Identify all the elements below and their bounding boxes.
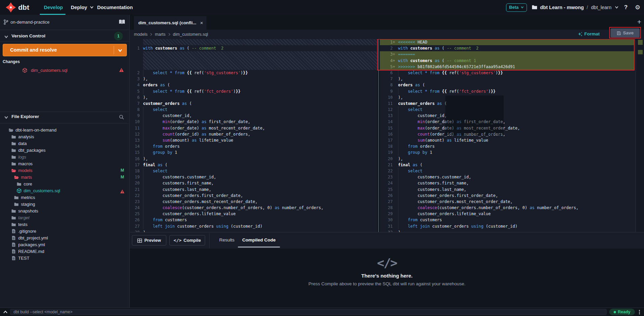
code-line-right-26[interactable]: 26 customer_orders.first_order_date, — [380, 193, 634, 199]
code-line-left-1[interactable]: 1with customers as ( -- comment 2 — [130, 45, 377, 51]
breadcrumb-marts[interactable]: marts — [155, 30, 165, 39]
code-line-left-24[interactable]: 24 coalesce(customer_orders.number_of_or… — [130, 205, 377, 211]
nav-documentation[interactable]: Documentation — [97, 0, 133, 15]
code-line-right-31[interactable]: 31 left join customer_orders using (cust… — [380, 223, 634, 229]
command-input[interactable] — [10, 309, 607, 315]
chevron-down-icon[interactable] — [4, 116, 8, 119]
file-tree-item-.gitignore[interactable]: .gitignore — [0, 228, 130, 234]
file-tree-item-analysis[interactable]: analysis — [0, 133, 130, 140]
code-editor[interactable]: 1with customers as ( -- comment 22 selec… — [130, 39, 644, 232]
code-line-left-18[interactable]: 18 select — [130, 168, 377, 174]
file-tree-item-dbt-learn-on-demand[interactable]: dbt-learn-on-demand — [0, 126, 130, 133]
code-line-right-28[interactable]: 28 coalesce(customer_orders.number_of_or… — [380, 205, 634, 211]
code-line-right-6[interactable]: 6 select * from {{ ref('stg_customers')}… — [380, 70, 634, 76]
code-line-right-4[interactable]: 4+with customers as ( -- comment 1 — [380, 58, 634, 64]
preview-button[interactable]: Preview — [132, 235, 166, 246]
code-line-right-32[interactable]: 32) — [380, 229, 634, 232]
new-tab-button[interactable]: + — [635, 18, 644, 26]
code-line-left-27[interactable]: 27 left join customer_orders using (cust… — [130, 223, 377, 229]
file-tree-item-snapshots[interactable]: snapshots — [0, 207, 130, 214]
file-explorer-header[interactable]: File Explorer — [11, 114, 39, 119]
code-line-right-19[interactable]: 19 group by 1 — [380, 149, 634, 155]
code-line-left-9[interactable]: 9 customer_id, — [130, 113, 377, 119]
file-tree-item-target[interactable]: target — [0, 214, 130, 221]
code-line-right-30[interactable]: 30 from customers — [380, 217, 634, 223]
code-line-right-16[interactable]: 16 count(order_id) as number_of_orders, — [380, 131, 634, 137]
file-tree-item-TEST[interactable]: TEST — [0, 255, 130, 261]
code-line-right-29[interactable]: 29 customer_orders.lifetime_value — [380, 211, 634, 217]
file-tree-item-metrics[interactable]: metrics — [0, 194, 130, 201]
file-tree-item-dbt_packages[interactable]: dbt_packages — [0, 147, 130, 153]
file-tree-item-README.md[interactable]: README.md — [0, 248, 130, 255]
branch-name[interactable]: on-demand-practice — [10, 20, 50, 25]
changed-file-row[interactable]: dim_customers.sql — [0, 67, 130, 74]
code-line-left-17[interactable]: 17final as ( — [130, 162, 377, 168]
account-name[interactable]: dbt Learn - mwong — [540, 0, 584, 15]
breadcrumb-file[interactable]: dim_customers.sql — [173, 30, 208, 39]
code-line-left-13[interactable]: 13 sum(amount) as lifetime_value — [130, 137, 377, 143]
editor-pane-working[interactable]: 1with customers as ( -- comment 22 selec… — [130, 39, 377, 232]
code-line-right-13[interactable]: 13 customer_id, — [380, 113, 634, 119]
code-line-left-6[interactable]: 6), — [130, 94, 377, 100]
docs-book-icon[interactable] — [119, 19, 125, 25]
chevron-down-icon[interactable] — [615, 6, 619, 9]
code-line-right-18[interactable]: 18 from orders — [380, 143, 634, 149]
file-tree-item-core[interactable]: core — [0, 180, 130, 187]
editor-pane-diff[interactable]: 1+<<<<<<< HEAD2with customers as ( -- co… — [380, 39, 634, 232]
code-line-right-7[interactable]: 7), — [380, 76, 634, 82]
project-name[interactable]: dbt_learn — [591, 0, 611, 15]
file-tree-item-macros[interactable]: macros — [0, 160, 130, 167]
code-line-right-5[interactable]: 5+>>>>>>> b81f802a66fd544504c65721e3ffaa… — [380, 64, 634, 70]
chevron-up-icon[interactable] — [3, 310, 8, 314]
file-tree-item-data[interactable]: data — [0, 140, 130, 147]
code-line-right-22[interactable]: 22 select — [380, 168, 634, 174]
help-icon[interactable]: ? — [624, 0, 627, 15]
format-button[interactable]: Format — [578, 30, 600, 38]
code-line-left-21[interactable]: 21 customers.last_name, — [130, 186, 377, 193]
code-line-right-27[interactable]: 27 customer_orders.most_recent_order_dat… — [380, 199, 634, 205]
code-line-left-16[interactable]: 16), — [130, 156, 377, 162]
diff-overview-ruler[interactable] — [636, 39, 644, 232]
pane-divider[interactable] — [377, 39, 380, 232]
code-line-right-23[interactable]: 23 customers.customer_id, — [380, 174, 634, 180]
chevron-down-icon[interactable] — [4, 35, 8, 39]
code-line-left-28[interactable]: 28) — [130, 229, 377, 232]
code-line-right-15[interactable]: 15 max(order_date) as most_recent_order_… — [380, 125, 634, 131]
code-line-left-23[interactable]: 23 customer_orders.most_recent_order_dat… — [130, 199, 377, 205]
code-line-left-3[interactable]: 3), — [130, 76, 377, 82]
code-line-right-11[interactable]: 11customer_orders as ( — [380, 100, 634, 107]
tab-dim-customers[interactable]: dim_customers.sql (confli... × — [134, 16, 206, 30]
tab-compiled-code[interactable]: Compiled Code — [240, 232, 278, 248]
code-line-left-7[interactable]: 7customer_orders as ( — [130, 100, 377, 107]
code-line-right-10[interactable]: 10), — [380, 94, 634, 100]
file-tree-item-marts[interactable]: martsM — [0, 174, 130, 180]
code-line-right-24[interactable]: 24 customers.first_name, — [380, 180, 634, 186]
commit-and-resolve-button[interactable]: Commit and resolve — [3, 44, 127, 56]
code-line-left-25[interactable]: 25 customer_orders.lifetime_value — [130, 211, 377, 217]
code-line-left-26[interactable]: 26 from customers — [130, 217, 377, 223]
code-line-right-14[interactable]: 14 min(order_date) as first_order_date, — [380, 119, 634, 125]
code-line-right-25[interactable]: 25 customers.last_name, — [380, 186, 634, 193]
file-tree-item-models[interactable]: modelsM — [0, 167, 130, 174]
code-line-right-9[interactable]: 9 select * from {{ ref('fct_orders')}} — [380, 88, 634, 94]
code-line-left-11[interactable]: 11 max(order_date) as most_recent_order_… — [130, 125, 377, 131]
file-tree-item-dim_customers.sql[interactable]: dim_customers.sql — [0, 187, 130, 194]
code-line-right-17[interactable]: 17 sum(amount) as lifetime_value — [380, 137, 634, 143]
code-line-left-8[interactable]: 8 select — [130, 107, 377, 113]
code-line-right-8[interactable]: 8orders as ( — [380, 82, 634, 88]
compile-button[interactable]: </>Compile — [169, 235, 205, 246]
breadcrumb-models[interactable]: models — [134, 30, 147, 39]
file-tree-item-tests[interactable]: tests — [0, 221, 130, 228]
save-button[interactable]: Save — [611, 28, 640, 37]
code-line-left-22[interactable]: 22 customer_orders.first_order_date, — [130, 193, 377, 199]
code-line-right-3[interactable]: 3+======= — [380, 51, 634, 57]
beta-badge[interactable]: Beta — [506, 3, 527, 12]
code-line-left-12[interactable]: 12 count(order_id) as number_of_orders, — [130, 131, 377, 137]
code-line-left-15[interactable]: 15 group by 1 — [130, 149, 377, 155]
code-line-right-20[interactable]: 20), — [380, 156, 634, 162]
chevron-down-icon[interactable] — [118, 49, 122, 53]
nav-develop[interactable]: Develop — [44, 0, 63, 15]
dbt-logo-icon[interactable] — [5, 2, 16, 13]
file-tree-item-logs[interactable]: logs — [0, 153, 130, 160]
file-tree-item-dbt_project.yml[interactable]: dbt_project.yml — [0, 234, 130, 241]
